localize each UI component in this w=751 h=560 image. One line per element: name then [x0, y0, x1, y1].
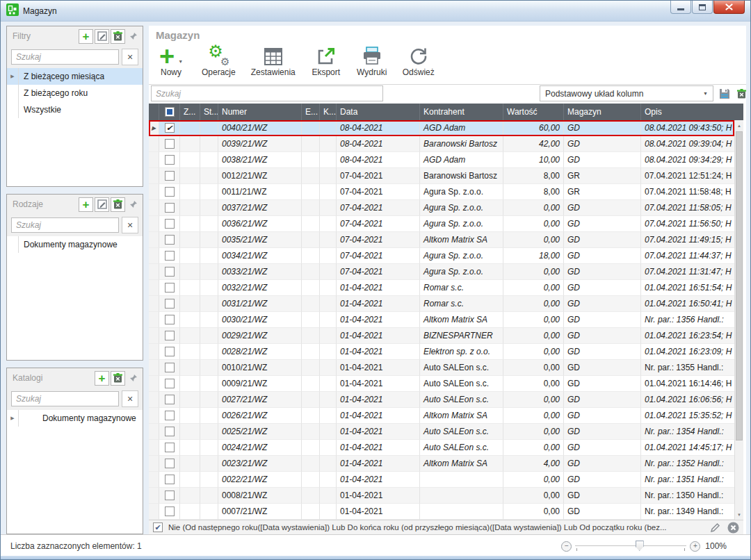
operations-button[interactable]: ⚙⚙ Operacje: [202, 44, 236, 77]
row-checkbox[interactable]: [159, 200, 180, 216]
row-checkbox[interactable]: [159, 264, 180, 280]
edit-filter-button[interactable]: [95, 29, 109, 44]
row-checkbox[interactable]: [159, 184, 180, 200]
types-search-input[interactable]: [11, 217, 119, 233]
filters-search-clear-button[interactable]: ×: [122, 49, 138, 65]
row-checkbox[interactable]: [159, 408, 180, 424]
printouts-button[interactable]: Wydruki: [357, 44, 387, 77]
select-all-checkbox[interactable]: [159, 104, 180, 120]
delete-layout-button[interactable]: [734, 87, 748, 101]
table-row[interactable]: 0031/21/WZ01-04-2021Romar s.c.0,00GD01.0…: [149, 296, 734, 312]
table-row[interactable]: 0030/21/WZ01-04-2021Altkom Matrix SA0,00…: [149, 312, 734, 328]
column-header-opis[interactable]: Opis: [641, 104, 743, 120]
add-filter-button[interactable]: +: [79, 29, 93, 44]
filter-checkbox[interactable]: ✔: [153, 522, 163, 532]
table-row[interactable]: ▶✔0040/21/WZ08-04-2021AGD Adam60,00GD08.…: [149, 120, 734, 136]
export-button[interactable]: Eksport: [311, 44, 341, 77]
table-row[interactable]: 0009/21/WZ01-04-2021Auto SALEon s.c.0,00…: [149, 376, 734, 392]
reports-button[interactable]: Zestawienia: [251, 44, 296, 77]
add-type-button[interactable]: +: [79, 197, 93, 212]
row-checkbox[interactable]: [159, 488, 180, 504]
table-row[interactable]: 0010/21/WZ01-04-2021Auto SALEon s.c.0,00…: [149, 360, 734, 376]
delete-catalog-button[interactable]: [111, 371, 125, 386]
zoom-out-button[interactable]: −: [561, 541, 572, 552]
catalogs-search-clear-button[interactable]: ×: [122, 390, 138, 407]
delete-filter-button[interactable]: [111, 29, 125, 44]
row-checkbox[interactable]: [159, 152, 180, 168]
table-search-input[interactable]: [151, 85, 383, 101]
table-row[interactable]: 0029/21/WZ01-04-2021BIZNESPARTNER0,00GD0…: [149, 328, 734, 344]
row-checkbox[interactable]: [159, 248, 180, 264]
column-header-k[interactable]: K...: [320, 104, 337, 120]
row-checkbox[interactable]: [159, 472, 180, 488]
scroll-up-arrow[interactable]: ▲: [735, 120, 743, 131]
refresh-button[interactable]: Odśwież: [403, 44, 435, 77]
table-row[interactable]: 0026/21/WZ01-04-2021Altkom Matrix SA0,00…: [149, 408, 734, 424]
row-checkbox[interactable]: [159, 456, 180, 472]
table-row[interactable]: 0025/21/WZ01-04-2021Auto SALEon s.c.0,00…: [149, 424, 734, 440]
vertical-scrollbar[interactable]: ▲ ▼: [734, 120, 743, 520]
table-row[interactable]: 0035/21/WZ07-04-2021Altkom Matrix SA0,00…: [149, 232, 734, 248]
column-header-e[interactable]: E...: [302, 104, 320, 120]
table-row[interactable]: 0024/21/WZ01-04-2021Auto SALEon s.c.0,00…: [149, 440, 734, 456]
row-checkbox[interactable]: [159, 376, 180, 392]
table-row[interactable]: 0023/21/WZ01-04-2021Altkom Matrix SA4,00…: [149, 456, 734, 472]
maximize-button[interactable]: [692, 1, 713, 14]
new-button[interactable]: +▼ Nowy: [156, 44, 186, 77]
table-row[interactable]: 0008/21/WZ01-04-20210,00GDNr. par.: 1350…: [149, 488, 734, 504]
table-row[interactable]: 0039/21/WZ08-04-2021Baranowski Bartosz42…: [149, 136, 734, 152]
column-header-st[interactable]: St...: [200, 104, 218, 120]
table-row[interactable]: 0028/21/WZ01-04-2021Elektron sp. z o.o.0…: [149, 344, 734, 360]
zoom-slider-thumb[interactable]: [636, 541, 644, 551]
table-row[interactable]: 0033/21/WZ07-04-2021Agura Sp. z.o.o.0,00…: [149, 264, 734, 280]
scrollbar-thumb[interactable]: [736, 131, 743, 440]
pin-catalogs-button[interactable]: [127, 371, 140, 386]
minimize-button[interactable]: [670, 1, 691, 14]
column-header-magazyn[interactable]: Magazyn: [564, 104, 641, 120]
zoom-slider[interactable]: [575, 541, 686, 552]
row-checkbox[interactable]: [159, 136, 180, 152]
catalogs-search-input[interactable]: [11, 391, 119, 406]
table-row[interactable]: 0036/21/WZ07-04-2021Agura Sp. z.o.o.0,00…: [149, 216, 734, 232]
clear-filter-button[interactable]: [727, 521, 739, 534]
list-item[interactable]: Z bieżącego roku: [7, 85, 143, 101]
edit-type-button[interactable]: [95, 197, 109, 212]
delete-type-button[interactable]: [111, 197, 125, 212]
row-checkbox[interactable]: [159, 440, 180, 456]
row-checkbox[interactable]: [159, 168, 180, 184]
table-row[interactable]: 0034/21/WZ07-04-2021Agura Sp. z.o.o.18,0…: [149, 248, 734, 264]
table-row[interactable]: 0032/21/WZ01-04-2021Romar s.c.0,00GD01.0…: [149, 280, 734, 296]
row-checkbox[interactable]: [159, 312, 180, 328]
zoom-in-button[interactable]: +: [690, 541, 700, 552]
row-checkbox[interactable]: [159, 216, 180, 232]
table-row[interactable]: 0027/21/WZ01-04-2021Auto SALEon s.c.0,00…: [149, 392, 734, 408]
row-checkbox[interactable]: [159, 344, 180, 360]
table-row[interactable]: 0007/21/WZ01-04-20210,00GDNr. par.: 1349…: [149, 504, 734, 520]
column-header-data[interactable]: Data: [337, 104, 420, 120]
table-row[interactable]: 0022/21/WZ01-04-20210,00GDNr. par.: 1351…: [149, 472, 734, 488]
row-checkbox[interactable]: [159, 392, 180, 408]
column-header-numer[interactable]: Numer: [218, 104, 302, 120]
list-item[interactable]: Dokumenty magazynowe: [7, 236, 143, 253]
scroll-down-arrow[interactable]: ▼: [735, 509, 743, 520]
pin-types-button[interactable]: [127, 197, 140, 212]
row-checkbox[interactable]: ✔: [159, 120, 180, 136]
filters-search-input[interactable]: [11, 49, 119, 65]
row-checkbox[interactable]: [159, 504, 180, 520]
save-layout-button[interactable]: [718, 87, 732, 101]
column-header-wartosc[interactable]: Wartość: [503, 104, 564, 120]
row-checkbox[interactable]: [159, 360, 180, 376]
pin-filters-button[interactable]: [127, 29, 140, 44]
row-checkbox[interactable]: [159, 296, 180, 312]
column-header-z[interactable]: Z...: [180, 104, 200, 120]
edit-filter-expression-button[interactable]: [709, 521, 721, 534]
close-button[interactable]: [713, 1, 745, 14]
list-item[interactable]: ▶Dokumenty magazynowe: [7, 410, 143, 427]
table-row[interactable]: 0038/21/WZ08-04-2021AGD Adam10,00GD08.04…: [149, 152, 734, 168]
column-header-kontrahent[interactable]: Kontrahent: [420, 104, 503, 120]
column-layout-select[interactable]: Podstawowy układ kolumn ▼: [540, 85, 713, 101]
add-catalog-button[interactable]: +: [95, 371, 109, 386]
table-row[interactable]: 0012/21/WZ07-04-2021Baranowski Bartosz8,…: [149, 168, 734, 184]
list-item[interactable]: ▶Z bieżącego miesiąca: [7, 68, 143, 85]
row-checkbox[interactable]: [159, 280, 180, 296]
